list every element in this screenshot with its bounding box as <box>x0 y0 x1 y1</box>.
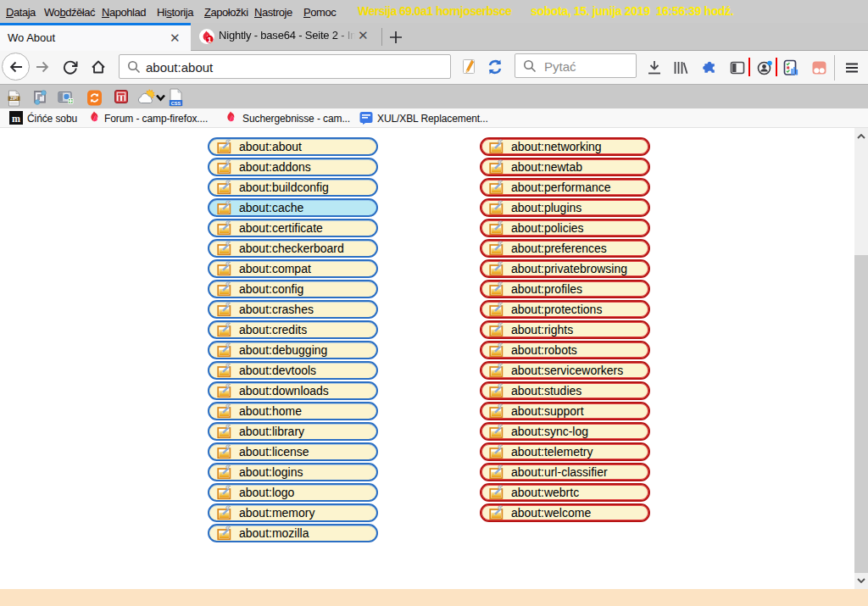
svg-text:1: 1 <box>208 35 212 44</box>
svg-text:ZIP!: ZIP! <box>10 97 18 101</box>
svg-text:m: m <box>12 113 20 125</box>
svg-text:CSS: CSS <box>171 101 181 106</box>
